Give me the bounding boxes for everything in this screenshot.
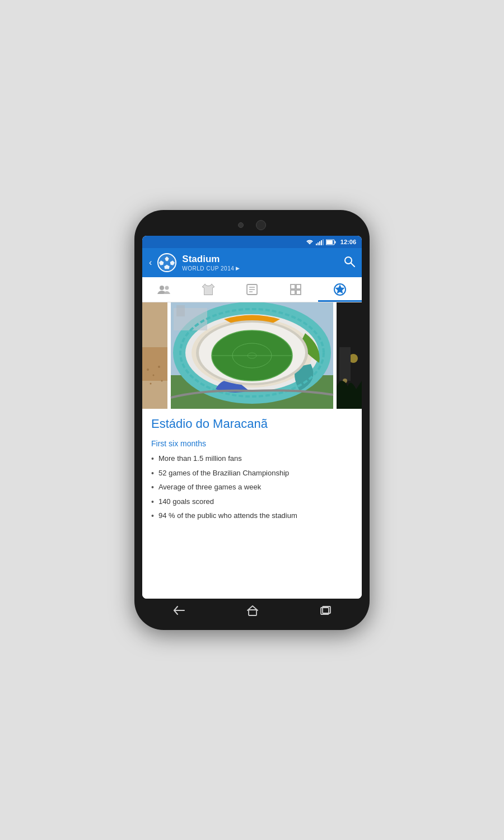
svg-rect-25	[291, 290, 295, 295]
bullet-text: 52 games of the Brazilian Championship	[158, 468, 289, 478]
svg-rect-4	[323, 239, 324, 245]
phone-bottom-nav	[142, 599, 362, 622]
phone-top	[142, 220, 362, 230]
image-carousel[interactable]	[142, 302, 362, 409]
stadium-aerial-svg	[167, 302, 337, 409]
carousel-main-image	[167, 302, 337, 409]
bullet-dot: •	[151, 511, 154, 522]
nav-back-button[interactable]	[173, 605, 185, 618]
svg-marker-28	[335, 284, 344, 294]
front-camera	[238, 222, 244, 228]
bullet-item: •140 goals scored	[151, 497, 353, 508]
svg-rect-56	[249, 610, 256, 615]
back-nav-icon	[173, 605, 185, 615]
phone-screen: 12:06 ‹ Stadium WORLD CUP 2014 ▶	[142, 236, 362, 599]
svg-rect-6	[334, 241, 335, 243]
bullet-item: •52 games of the Brazilian Championship	[151, 468, 353, 479]
bullet-dot: •	[151, 468, 154, 479]
bullet-dot: •	[151, 482, 154, 493]
nav-home-button[interactable]	[247, 605, 258, 619]
back-button[interactable]: ‹	[149, 258, 152, 268]
svg-rect-26	[296, 290, 301, 295]
svg-point-15	[345, 257, 352, 264]
bullet-item: •Average of three games a week	[151, 482, 353, 493]
tab-news[interactable]	[230, 277, 274, 302]
section-title: First six months	[151, 439, 353, 448]
left-thumb-svg	[142, 302, 167, 409]
svg-rect-23	[291, 284, 295, 289]
home-nav-icon	[247, 605, 258, 616]
battery-icon	[326, 239, 336, 245]
svg-point-31	[147, 368, 149, 371]
news-icon	[246, 283, 258, 296]
dropdown-icon: ▶	[236, 265, 240, 271]
bullet-text: 94 % of the public who attends the stadi…	[158, 511, 297, 521]
svg-rect-7	[326, 240, 333, 244]
search-button[interactable]	[344, 256, 355, 270]
svg-line-16	[351, 263, 354, 267]
jersey-icon	[200, 283, 216, 296]
svg-point-34	[150, 383, 152, 385]
svg-point-17	[160, 286, 164, 290]
app-subtitle: WORLD CUP 2014 ▶	[182, 265, 338, 272]
bullet-item: •More than 1.5 million fans	[151, 454, 353, 465]
recent-nav-icon	[320, 605, 331, 615]
svg-rect-30	[142, 347, 167, 381]
svg-point-18	[165, 286, 169, 290]
detail-content: Estádio do Maracanã First six months •Mo…	[142, 409, 362, 533]
search-icon	[344, 256, 355, 267]
svg-rect-2	[319, 241, 320, 245]
svg-point-33	[158, 366, 160, 368]
bullet-dot: •	[151, 454, 154, 465]
tab-grid[interactable]	[274, 277, 318, 302]
svg-rect-24	[296, 284, 301, 289]
app-title-group: Stadium WORLD CUP 2014 ▶	[182, 254, 338, 271]
tab-stadium[interactable]	[318, 277, 362, 302]
carousel-left-image	[142, 302, 167, 409]
bullet-text: 140 goals scored	[158, 497, 214, 507]
grid-icon	[290, 283, 302, 296]
right-thumb-svg	[337, 302, 362, 409]
earpiece	[256, 220, 266, 230]
tab-bar	[142, 277, 362, 302]
svg-point-32	[153, 375, 155, 376]
signal-icon	[316, 239, 324, 245]
phone-device: 12:06 ‹ Stadium WORLD CUP 2014 ▶	[134, 210, 370, 630]
bullet-list: •More than 1.5 million fans•52 games of …	[151, 454, 353, 522]
status-icons: 12:06	[306, 239, 356, 245]
app-title: Stadium	[182, 254, 338, 265]
svg-rect-53	[339, 347, 351, 381]
svg-rect-1	[318, 242, 319, 245]
svg-point-35	[161, 380, 163, 382]
status-time: 12:06	[340, 239, 356, 245]
team-icon	[157, 284, 171, 295]
svg-rect-3	[321, 240, 322, 245]
tab-team[interactable]	[142, 277, 186, 302]
carousel-right-image	[337, 302, 362, 409]
bullet-text: More than 1.5 million fans	[158, 454, 242, 464]
nav-recent-button[interactable]	[320, 605, 331, 618]
bullet-dot: •	[151, 497, 154, 508]
svg-rect-0	[316, 244, 317, 245]
stadium-tab-icon	[333, 283, 347, 296]
stadium-name: Estádio do Maracanã	[151, 417, 353, 431]
status-bar: 12:06	[142, 236, 362, 248]
app-logo	[157, 253, 176, 272]
content-area[interactable]: Estádio do Maracanã First six months •Mo…	[142, 302, 362, 599]
bullet-text: Average of three games a week	[158, 482, 261, 492]
svg-rect-49	[176, 305, 185, 316]
wifi-icon	[306, 239, 314, 245]
tab-jersey[interactable]	[186, 277, 230, 302]
app-bar: ‹ Stadium WORLD CUP 2014 ▶	[142, 248, 362, 277]
bullet-item: •94 % of the public who attends the stad…	[151, 511, 353, 522]
